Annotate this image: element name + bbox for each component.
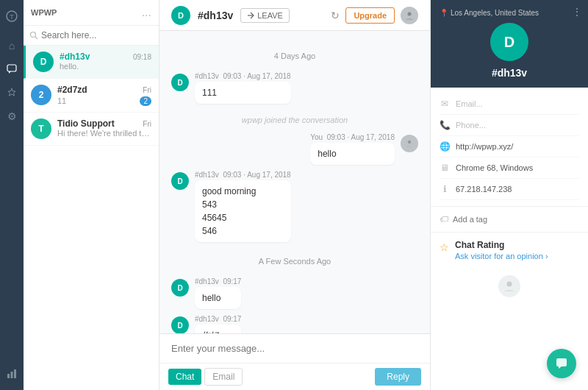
leave-button[interactable]: LEAVE	[240, 8, 290, 23]
msg-avatar-visitor4: D	[171, 316, 189, 333]
website-row: 🌐 http://wpwp.xyz/	[440, 136, 579, 157]
right-panel: 📍 Los Angeles, United States D #dh13v ⋮ …	[430, 0, 588, 390]
conv-name-dh13v: #dh13v	[60, 52, 90, 62]
conv-badge-2d7zd: 2	[140, 96, 151, 106]
msg-avatar-visitor1: D	[171, 74, 189, 91]
svg-point-12	[507, 282, 512, 287]
rating-title: Chat Rating	[455, 240, 548, 250]
system-message-joined: wpwp joined the conversation	[171, 116, 418, 124]
conv-list: D #dh13v 09:18 hello. 2 #2d7zd Fri 11 2	[24, 46, 159, 390]
conv-avatar-tidio: T	[31, 118, 51, 139]
settings-icon[interactable]: ⚙	[1, 106, 22, 127]
search-input[interactable]	[41, 30, 153, 40]
chat-header-avatar: D	[171, 6, 190, 25]
conv-time-2d7zd: Fri	[143, 86, 151, 94]
svg-text:T: T	[10, 13, 14, 21]
svg-rect-2	[7, 65, 16, 71]
msg-content-1: #dh13v 09:03 · Aug 17, 2018 111	[195, 72, 291, 104]
msg-bubble-2: hello	[310, 143, 395, 165]
info-icon: ℹ	[440, 184, 450, 194]
website-value: http://wpwp.xyz/	[456, 142, 513, 151]
app-logo: T	[1, 6, 22, 26]
tag-input[interactable]	[453, 215, 554, 224]
msg-bubble-1: 111	[195, 82, 291, 104]
date-divider-seconds: A Few Seconds Ago	[171, 257, 418, 266]
msg-meta-2: You 09:03 · Aug 17, 2018	[310, 133, 395, 141]
ip-row: ℹ 67.218.147.238	[440, 179, 579, 200]
workspace-label: wpwp	[31, 8, 57, 17]
tag-section[interactable]: 🏷	[431, 206, 588, 232]
conv-preview-dh13v: hello.	[60, 62, 151, 71]
refresh-icon[interactable]: ↻	[331, 10, 340, 21]
svg-line-7	[35, 37, 37, 39]
left-sidebar: T ⌂ ⚙	[0, 0, 24, 390]
email-icon: ✉	[440, 99, 450, 109]
msg-bubble-5: 你好	[195, 325, 241, 333]
message-group-3: D #dh13v 09:03 · Aug 17, 2018 good morni…	[171, 171, 418, 242]
msg-meta-3: #dh13v 09:03 · Aug 17, 2018	[195, 171, 291, 179]
home-icon[interactable]: ⌂	[1, 35, 22, 56]
message-input[interactable]	[159, 334, 430, 363]
svg-point-9	[408, 12, 412, 15]
browser-row: 🖥 Chrome 68, Windows	[440, 157, 579, 179]
message-group-5: D #dh13v 09:17 你好	[171, 315, 418, 333]
svg-rect-3	[7, 374, 10, 378]
tag-icon: 🏷	[440, 214, 448, 224]
conv-info-2d7zd: #2d7zd Fri 11 2	[57, 85, 151, 106]
conv-item-2d7zd[interactable]: 2 #2d7zd Fri 11 2	[24, 79, 159, 113]
msg-content-4: #dh13v 09:17 hello	[195, 277, 241, 309]
msg-content-3: #dh13v 09:03 · Aug 17, 2018 good morning…	[195, 171, 291, 242]
visitor-placeholder-avatar	[498, 275, 520, 297]
msg-meta-5: #dh13v 09:17	[195, 315, 241, 323]
svg-point-6	[31, 32, 36, 38]
svg-point-10	[408, 141, 411, 143]
message-group-4: D #dh13v 09:17 hello	[171, 277, 418, 309]
chat-nav-icon[interactable]	[1, 59, 22, 79]
monitor-icon: 🖥	[440, 163, 450, 173]
chat-input-area: Chat Email Reply	[159, 333, 430, 390]
chat-tab-button[interactable]: Chat	[168, 369, 201, 385]
ip-value: 67.218.147.238	[456, 185, 512, 194]
phone-icon: 📞	[440, 120, 450, 130]
email-tab-button[interactable]: Email	[204, 368, 243, 386]
svg-rect-5	[14, 369, 16, 378]
rating-info: Chat Rating Ask visitor for an opinion ›	[455, 240, 548, 260]
chat-input-toolbar: Chat Email Reply	[159, 363, 430, 390]
phone-row[interactable]: 📞 Phone...	[440, 115, 579, 136]
chat-header: D #dh13v LEAVE ↻ Upgrade	[159, 0, 430, 31]
phone-value: Phone...	[456, 121, 486, 130]
visitor-details: ✉ Email... 📞 Phone... 🌐 http://wpwp.xyz/…	[431, 88, 588, 206]
visitor-location: 📍 Los Angeles, United States	[440, 9, 579, 17]
msg-avatar-visitor2: D	[171, 172, 189, 190]
analytics-icon[interactable]	[1, 364, 22, 384]
rating-section: ☆ Chat Rating Ask visitor for an opinion…	[431, 232, 588, 268]
conv-item-dh13v[interactable]: D #dh13v 09:18 hello.	[24, 46, 159, 79]
star-icon: ☆	[440, 241, 449, 253]
conv-name-2d7zd: #2d7zd	[57, 85, 87, 95]
more-options-icon[interactable]: ...	[142, 6, 151, 19]
upgrade-button[interactable]: Upgrade	[345, 7, 395, 24]
send-button[interactable]: Reply	[375, 368, 421, 386]
location-pin-icon: 📍	[440, 9, 448, 17]
conv-preview-2d7zd: 11	[57, 96, 66, 105]
user-avatar	[401, 7, 418, 24]
browser-value: Chrome 68, Windows	[456, 163, 533, 172]
visitor-options-icon[interactable]: ⋮	[572, 6, 582, 18]
msg-content-5: #dh13v 09:17 你好	[195, 315, 241, 333]
leave-label: LEAVE	[257, 11, 283, 20]
chat-widget-button[interactable]	[547, 349, 576, 378]
conv-time-dh13v: 09:18	[133, 53, 151, 61]
message-group-2: You 09:03 · Aug 17, 2018 hello	[171, 133, 418, 165]
conv-header: wpwp ...	[24, 0, 159, 26]
rating-subtitle[interactable]: Ask visitor for an opinion ›	[455, 252, 548, 260]
header-right: ↻ Upgrade	[331, 7, 418, 24]
conv-item-tidio[interactable]: T Tidio Support Fri Hi there! We're thri…	[24, 113, 159, 146]
email-row[interactable]: ✉ Email...	[440, 93, 579, 115]
conv-info-tidio: Tidio Support Fri Hi there! We're thrill…	[57, 118, 151, 138]
chat-header-name: #dh13v	[198, 10, 233, 21]
msg-avatar-you1	[401, 135, 418, 152]
messages-container: 4 Days Ago D #dh13v 09:03 · Aug 17, 2018…	[159, 31, 430, 333]
msg-bubble-4: hello	[195, 287, 241, 309]
automation-icon[interactable]	[1, 82, 22, 103]
conv-avatar-dh13v: D	[33, 52, 54, 72]
